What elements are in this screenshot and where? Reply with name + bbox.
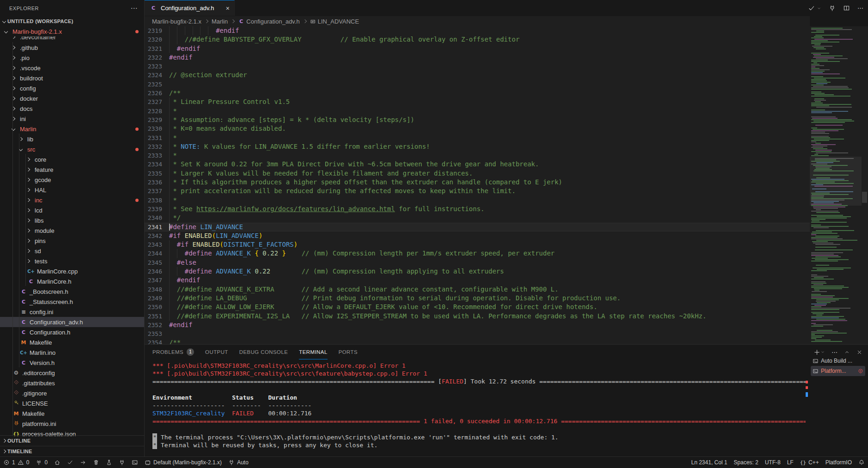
- tree-item-pins[interactable]: pins: [0, 236, 144, 246]
- code-line-2342[interactable]: 2342#if ENABLED(LIN_ADVANCE): [145, 231, 810, 240]
- tree-item-marlin-bugfix-2-1-x[interactable]: Marlin-bugfix-2.1.x: [0, 26, 144, 36]
- code-line-2339[interactable]: 2339 * See https://marlinfw.org/docs/fea…: [145, 205, 810, 213]
- code-line-2335[interactable]: 2335 * Larger K values will be needed fo…: [145, 169, 810, 178]
- tree-item-core[interactable]: core: [0, 154, 144, 164]
- terminal-list-item[interactable]: Platform...: [811, 366, 865, 376]
- breadcrumb-item[interactable]: Marlin-bugfix-2.1.x: [152, 18, 201, 25]
- tree-item--statusscreen-h[interactable]: C_Statusscreen.h: [0, 297, 144, 307]
- status-pio-remote[interactable]: 0: [32, 457, 51, 468]
- tree-item-src[interactable]: src: [0, 144, 144, 154]
- code-line-2330[interactable]: 2330 * K=0 means advance disabled.: [145, 124, 810, 133]
- code-line-2331[interactable]: 2331 *: [145, 134, 810, 142]
- tree-item-hal[interactable]: HAL: [0, 185, 144, 195]
- code-line-2327[interactable]: 2327 * Linear Pressure Control v1.5: [145, 97, 810, 106]
- code-line-2352[interactable]: 2352#endif: [145, 321, 810, 329]
- tree-item-configuration-h[interactable]: CConfiguration.h: [0, 327, 144, 337]
- status-pio-upload[interactable]: [77, 457, 90, 468]
- code-line-2346[interactable]: 2346 #define ADVANCE_K 0.22 // (mm) Comp…: [145, 267, 810, 276]
- code-line-2323[interactable]: 2323: [145, 62, 810, 71]
- status-pio-build[interactable]: [64, 457, 77, 468]
- tree-item-buildroot[interactable]: buildroot: [0, 73, 144, 83]
- tree-item-docker[interactable]: docker: [0, 93, 144, 103]
- maximize-panel-button[interactable]: [844, 349, 850, 355]
- close-tab-icon[interactable]: ×: [226, 5, 230, 12]
- code-line-2332[interactable]: 2332 * NOTE: K values for LIN_ADVANCE 1.…: [145, 142, 810, 151]
- status-language-mode[interactable]: {}C++: [797, 457, 822, 468]
- code-line-2338[interactable]: 2338 *: [145, 196, 810, 205]
- more-actions-button[interactable]: ⋯: [857, 5, 863, 12]
- code-line-2337[interactable]: 2337 * print acceleration will be reduce…: [145, 187, 810, 195]
- tree-item--pio[interactable]: .pio: [0, 53, 144, 63]
- tree-item--editorconfig[interactable]: ⚙.editorconfig: [0, 368, 144, 378]
- code-line-2349[interactable]: 2349 //#define LA_DEBUG // Print debug i…: [145, 294, 810, 303]
- code-line-2319[interactable]: 2319 #endif: [145, 26, 810, 35]
- split-editor-button[interactable]: [843, 5, 850, 12]
- status-pio-port[interactable]: Auto: [225, 457, 252, 468]
- panel-tab-terminal[interactable]: TERMINAL: [299, 345, 327, 359]
- tree-item-tests[interactable]: tests: [0, 256, 144, 266]
- code-line-2321[interactable]: 2321 #endif: [145, 44, 810, 53]
- code-line-2354[interactable]: 2354/**: [145, 338, 810, 344]
- tree-item-docs[interactable]: docs: [0, 103, 144, 114]
- breadcrumb-item[interactable]: CConfiguration_adv.h: [238, 18, 299, 25]
- code-line-2347[interactable]: 2347 #endif: [145, 276, 810, 285]
- minimap[interactable]: [810, 26, 862, 344]
- tree-item--gitattributes[interactable]: .gitattributes: [0, 378, 144, 388]
- tree-item-sd[interactable]: sd: [0, 246, 144, 256]
- tree-item-marlin[interactable]: Marlin: [0, 124, 144, 134]
- terminal-output[interactable]: *** [.pio\build\STM32F103RC_creality\src…: [152, 362, 806, 452]
- more-actions-button[interactable]: ⋯: [832, 349, 838, 356]
- code-line-2348[interactable]: 2348 //#define ADVANCE_K_EXTRA // Add a …: [145, 285, 810, 294]
- editor-scrollbar[interactable]: [862, 26, 868, 344]
- timeline-section-header[interactable]: TIMELINE: [0, 446, 144, 456]
- tree-item-makefile[interactable]: MMakefile: [0, 408, 144, 419]
- tab-configuration-adv-h[interactable]: C Configuration_adv.h ×: [145, 0, 235, 16]
- tree-item-libs[interactable]: libs: [0, 215, 144, 225]
- tree-item-config-ini[interactable]: ≡config.ini: [0, 307, 144, 317]
- close-panel-button[interactable]: [856, 349, 862, 355]
- status-pio-clean[interactable]: [90, 457, 103, 468]
- status-pio-env[interactable]: Default (Marlin-bugfix-2.1.x): [141, 457, 225, 468]
- breadcrumb-item[interactable]: LIN_ADVANCE: [310, 18, 359, 25]
- status-pio-monitor[interactable]: [115, 457, 128, 468]
- tree-item--devcontainer[interactable]: .devcontainer: [0, 36, 144, 43]
- panel-tab-debug-console[interactable]: DEBUG CONSOLE: [239, 345, 288, 359]
- status-platformio-status[interactable]: PlatformIO: [822, 457, 855, 468]
- code-line-2322[interactable]: 2322#endif: [145, 53, 810, 62]
- minimap-slider[interactable]: [810, 157, 862, 206]
- tree-item-makefile[interactable]: MMakefile: [0, 337, 144, 347]
- tree-item--vscode[interactable]: .vscode: [0, 63, 144, 73]
- status-pio-test[interactable]: [103, 457, 115, 468]
- code-line-2344[interactable]: 2344 #define ADVANCE_K { 0.22 } // (mm) …: [145, 249, 810, 258]
- code-line-2325[interactable]: 2325: [145, 80, 810, 89]
- outline-section-header[interactable]: OUTLINE: [0, 435, 144, 446]
- more-actions-icon[interactable]: ⋯: [131, 4, 138, 12]
- status-encoding[interactable]: UTF-8: [762, 457, 784, 468]
- status-cursor-position[interactable]: Ln 2341, Col 1: [688, 457, 730, 468]
- tree-item--gitignore[interactable]: .gitignore: [0, 388, 144, 398]
- tree-item-version-h[interactable]: CVersion.h: [0, 358, 144, 368]
- panel-tab-output[interactable]: OUTPUT: [205, 345, 228, 359]
- terminal-list-item[interactable]: Auto Build ...: [811, 356, 865, 366]
- code-editor[interactable]: 2319 #endif2320 //#define BABYSTEP_GFX_O…: [145, 26, 810, 344]
- tree-item--bootscreen-h[interactable]: C_Bootscreen.h: [0, 286, 144, 297]
- code-line-2324[interactable]: 2324// @section extruder: [145, 71, 810, 79]
- tree-item-lib[interactable]: lib: [0, 134, 144, 144]
- panel-tab-problems[interactable]: PROBLEMS1: [152, 345, 194, 359]
- tree-item-platformio-ini[interactable]: platformio.ini: [0, 419, 144, 429]
- panel-tab-ports[interactable]: PORTS: [339, 345, 358, 359]
- code-line-2345[interactable]: 2345 #else: [145, 258, 810, 267]
- status-pio-home[interactable]: [51, 457, 64, 468]
- tree-item-license[interactable]: LICENSE: [0, 398, 144, 408]
- code-line-2350[interactable]: 2350 //#define ALLOW_LOW_EJERK // Allow …: [145, 303, 810, 311]
- code-line-2351[interactable]: 2351 //#define EXPERIMENTAL_I2S_LA // Al…: [145, 312, 810, 321]
- tree-item-lcd[interactable]: lcd: [0, 205, 144, 215]
- status-notifications[interactable]: [855, 457, 868, 468]
- tree-item-config[interactable]: config: [0, 83, 144, 93]
- code-line-2353[interactable]: 2353: [145, 329, 810, 338]
- code-line-2329[interactable]: 2329 * Assumption: advance [steps] = k *…: [145, 115, 810, 124]
- code-line-2341[interactable]: 2341#define LIN_ADVANCE: [145, 223, 810, 231]
- tree-item-marlin-ino[interactable]: C+Marlin.ino: [0, 347, 144, 358]
- tree-item-inc[interactable]: inc: [0, 195, 144, 205]
- code-line-2334[interactable]: 2334 * Set K around 0.22 for 3mm PLA Dir…: [145, 160, 810, 169]
